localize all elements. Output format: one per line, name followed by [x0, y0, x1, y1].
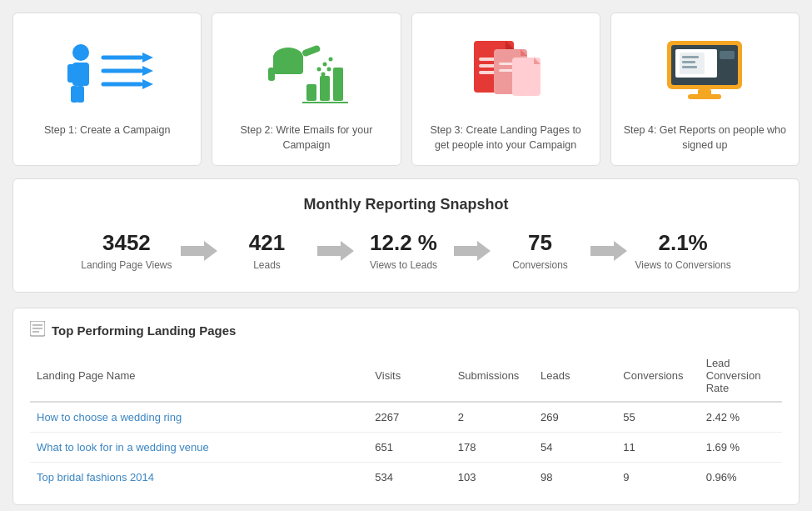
svg-rect-43 [682, 66, 697, 68]
step1-label: Step 1: Create a Campaign [44, 123, 170, 138]
metric-views: 3452 Landing Page Views [81, 230, 172, 271]
arrow-1 [172, 239, 226, 263]
lp-name-link[interactable]: What to look for in a wedding venue [37, 441, 209, 453]
table-section-header: Top Performing Landing Pages [30, 321, 782, 340]
lp-rate-cell: 0.96% [700, 463, 782, 493]
lp-name-cell[interactable]: How to choose a wedding ring [30, 402, 368, 433]
col-header-conversions: Conversions [616, 352, 699, 402]
metric-vtc: 2.1% Views to Conversions [635, 230, 731, 271]
svg-marker-48 [454, 241, 491, 261]
arrow-2 [309, 239, 362, 263]
svg-rect-5 [77, 86, 84, 103]
lp-visits-cell: 2267 [368, 402, 451, 433]
table-row: How to choose a wedding ring22672269552.… [30, 402, 782, 433]
table-header-row: Landing Page Name Visits Submissions Lea… [30, 352, 782, 402]
col-header-submissions: Submissions [451, 352, 534, 402]
col-header-leads: Leads [534, 352, 616, 402]
step1-icon [57, 30, 157, 113]
snapshot-section: Monthly Reporting Snapshot 3452 Landing … [12, 178, 800, 293]
table-section-title: Top Performing Landing Pages [52, 323, 236, 338]
step3-icon [456, 30, 555, 113]
col-header-rate: Lead Conversion Rate [700, 352, 782, 402]
lp-submissions-cell: 2 [451, 402, 534, 433]
svg-rect-23 [333, 68, 343, 101]
metric-views-to-leads: 12.2 % Views to Leads [362, 230, 446, 271]
svg-rect-3 [79, 64, 87, 83]
lp-leads-cell: 54 [534, 433, 616, 463]
lp-submissions-cell: 178 [451, 433, 534, 463]
step2-icon [257, 30, 356, 113]
lp-conversions-cell: 9 [616, 463, 699, 493]
svg-rect-2 [67, 64, 76, 83]
step2-label: Step 2: Write Emails for your Campaign [225, 123, 387, 153]
step-card-1: Step 1: Create a Campaign [12, 13, 202, 166]
snapshot-metrics: 3452 Landing Page Views 421 Leads [38, 230, 774, 271]
lp-rate-cell: 2.42 % [700, 402, 782, 433]
table-section: Top Performing Landing Pages Landing Pag… [12, 308, 800, 505]
lp-visits-cell: 651 [368, 433, 451, 463]
svg-point-17 [322, 63, 326, 67]
metric-vtc-value: 2.1% [635, 230, 731, 256]
svg-rect-22 [320, 76, 330, 101]
svg-marker-47 [317, 241, 354, 261]
svg-marker-11 [142, 79, 153, 89]
metric-vtl-label: Views to Leads [362, 259, 446, 271]
svg-point-0 [72, 44, 89, 61]
lp-name-link[interactable]: How to choose a wedding ring [37, 411, 182, 423]
lp-name-cell[interactable]: What to look for in a wedding venue [30, 433, 368, 463]
col-header-visits: Visits [368, 352, 451, 402]
svg-marker-46 [181, 241, 217, 261]
table-row: What to look for in a wedding venue65117… [30, 433, 782, 463]
arrow-4 [582, 239, 635, 263]
lp-conversions-cell: 55 [616, 402, 699, 433]
lp-rate-cell: 1.69 % [700, 433, 782, 463]
step4-label: Step 4: Get Reports on people who signed… [624, 123, 786, 153]
svg-point-19 [321, 73, 325, 77]
svg-rect-45 [688, 94, 721, 99]
lp-leads-cell: 269 [534, 402, 616, 433]
svg-point-16 [316, 68, 321, 72]
svg-rect-15 [268, 68, 275, 81]
arrow-3 [446, 239, 499, 263]
table-icon [30, 321, 45, 340]
svg-marker-49 [590, 241, 627, 261]
step4-icon [655, 30, 755, 113]
metric-conv-label: Conversions [499, 259, 582, 271]
svg-rect-39 [720, 51, 735, 59]
svg-rect-14 [301, 44, 321, 57]
lp-submissions-cell: 103 [451, 463, 534, 493]
col-header-name: Landing Page Name [30, 352, 368, 402]
svg-marker-7 [142, 53, 153, 63]
metric-conv-value: 75 [499, 230, 582, 256]
metric-leads: 421 Leads [226, 230, 309, 271]
metric-vtc-label: Views to Conversions [635, 259, 731, 271]
step-card-4: Step 4: Get Reports on people who signed… [610, 13, 800, 166]
steps-row: Step 1: Create a Campaign [12, 13, 800, 166]
lp-name-link[interactable]: Top bridal fashions 2014 [37, 471, 154, 483]
lp-name-cell[interactable]: Top bridal fashions 2014 [30, 463, 368, 493]
metric-views-value: 3452 [81, 230, 172, 256]
svg-rect-13 [273, 56, 303, 74]
landing-pages-table: Landing Page Name Visits Submissions Lea… [30, 352, 782, 492]
lp-leads-cell: 98 [534, 463, 616, 493]
svg-rect-21 [306, 84, 316, 101]
metric-conversions: 75 Conversions [499, 230, 582, 271]
lp-visits-cell: 534 [368, 463, 451, 493]
metric-leads-value: 421 [226, 230, 309, 256]
table-row: Top bridal fashions 20145341039890.96% [30, 463, 782, 493]
step-card-3: Step 3: Create Landing Pages to get peop… [411, 13, 600, 166]
snapshot-title: Monthly Reporting Snapshot [38, 196, 774, 213]
svg-rect-41 [682, 56, 699, 58]
svg-marker-9 [142, 66, 153, 76]
metric-leads-label: Leads [226, 259, 309, 271]
step3-label: Step 3: Create Landing Pages to get peop… [425, 123, 587, 153]
metric-vtl-value: 12.2 % [362, 230, 446, 256]
svg-point-18 [328, 58, 332, 62]
svg-rect-42 [682, 61, 695, 63]
svg-point-20 [326, 68, 331, 72]
lp-conversions-cell: 11 [616, 433, 699, 463]
metric-views-label: Landing Page Views [81, 259, 172, 271]
main-container: Step 1: Create a Campaign [0, 0, 812, 511]
step-card-2: Step 2: Write Emails for your Campaign [212, 13, 401, 166]
